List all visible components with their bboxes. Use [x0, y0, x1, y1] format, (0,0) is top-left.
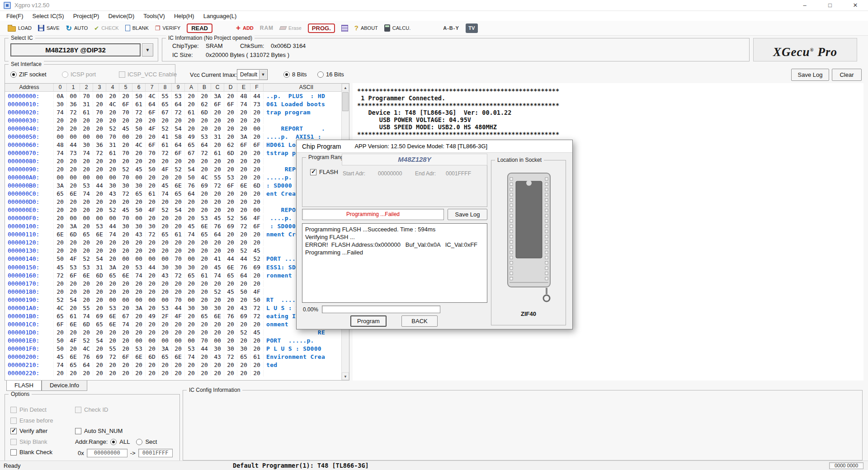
hex-ascii[interactable]: PORT .....p.: [264, 337, 341, 344]
hex-byte[interactable]: 20: [146, 329, 159, 336]
hex-byte[interactable]: 20: [250, 231, 264, 238]
hex-byte[interactable]: 52: [106, 125, 119, 132]
menu-item-project[interactable]: Project(P): [69, 13, 104, 19]
hex-ascii[interactable]: trap program: [264, 109, 341, 116]
hex-byte[interactable]: 20: [67, 247, 80, 254]
check-id-checkbox[interactable]: Check ID: [75, 406, 108, 413]
hex-byte[interactable]: 72: [67, 109, 80, 116]
hex-byte[interactable]: 6E: [119, 272, 132, 279]
hex-byte[interactable]: 20: [211, 125, 224, 132]
hex-byte[interactable]: 36: [93, 141, 106, 148]
hex-byte[interactable]: 00: [146, 296, 159, 303]
hex-byte[interactable]: 20: [119, 93, 132, 99]
hex-byte[interactable]: 20: [198, 158, 211, 164]
hex-byte[interactable]: 61: [80, 109, 93, 116]
bits-16-radio[interactable]: 16 Bits: [317, 71, 344, 78]
hex-byte[interactable]: 30: [185, 264, 198, 271]
hex-byte[interactable]: 20: [198, 264, 211, 271]
hex-byte[interactable]: 54: [93, 337, 106, 344]
hex-byte[interactable]: 45: [119, 207, 132, 213]
hex-byte[interactable]: 44: [106, 223, 119, 230]
hex-byte[interactable]: 20: [67, 239, 80, 246]
hex-byte[interactable]: 20: [119, 280, 132, 287]
hex-byte[interactable]: 00: [80, 174, 93, 181]
hex-byte[interactable]: 6D: [146, 353, 159, 360]
hex-byte[interactable]: 20: [250, 158, 264, 164]
hex-byte[interactable]: 65: [54, 190, 67, 197]
hex-byte[interactable]: 20: [80, 158, 93, 164]
hex-byte[interactable]: 20: [237, 337, 250, 344]
hex-ascii[interactable]: [264, 117, 341, 124]
hex-byte[interactable]: 45: [132, 166, 146, 173]
hex-byte[interactable]: 20: [159, 158, 172, 164]
hex-byte[interactable]: 44: [67, 141, 80, 148]
hex-byte[interactable]: 64: [146, 101, 159, 108]
hex-byte[interactable]: 20: [250, 190, 264, 197]
hex-byte[interactable]: 20: [132, 158, 146, 164]
hex-byte[interactable]: 61: [250, 353, 264, 360]
hex-byte[interactable]: 20: [224, 207, 237, 213]
hex-byte[interactable]: 3A: [159, 345, 172, 352]
hex-byte[interactable]: 20: [106, 337, 119, 344]
hex-byte[interactable]: 3A: [67, 223, 80, 230]
hex-byte[interactable]: 50: [250, 296, 264, 303]
hex-byte[interactable]: 20: [250, 198, 264, 205]
hex-byte[interactable]: 20: [198, 370, 211, 376]
hex-byte[interactable]: 72: [237, 223, 250, 230]
hex-byte[interactable]: 20: [80, 223, 93, 230]
hex-byte[interactable]: 20: [93, 362, 106, 368]
hex-byte[interactable]: 20: [185, 370, 198, 376]
hex-byte[interactable]: 20: [106, 362, 119, 368]
hex-byte[interactable]: 20: [198, 255, 211, 262]
hex-byte[interactable]: 53: [172, 93, 185, 99]
hex-byte[interactable]: 49: [146, 313, 159, 320]
hex-byte[interactable]: 6F: [54, 321, 67, 328]
hex-byte[interactable]: 30: [172, 264, 185, 271]
hex-byte[interactable]: 6F: [67, 272, 80, 279]
hex-byte[interactable]: 20: [211, 362, 224, 368]
hex-byte[interactable]: 67: [119, 313, 132, 320]
hex-byte[interactable]: 20: [54, 280, 67, 287]
hex-byte[interactable]: 20: [224, 198, 237, 205]
hex-byte[interactable]: 20: [159, 329, 172, 336]
hex-ascii[interactable]: Environment Crea: [264, 353, 341, 360]
hex-byte[interactable]: 20: [146, 239, 159, 246]
hex-byte[interactable]: 20: [67, 182, 80, 189]
hex-byte[interactable]: 20: [54, 166, 67, 173]
hex-byte[interactable]: 20: [146, 174, 159, 181]
hex-byte[interactable]: 72: [211, 182, 224, 189]
hex-byte[interactable]: 20: [93, 296, 106, 303]
hex-byte[interactable]: 20: [106, 239, 119, 246]
hex-byte[interactable]: 30: [106, 182, 119, 189]
hex-byte[interactable]: 00: [67, 133, 80, 140]
hex-byte[interactable]: 20: [119, 329, 132, 336]
hex-byte[interactable]: 65: [93, 321, 106, 328]
hex-byte[interactable]: 30: [132, 182, 146, 189]
hex-byte[interactable]: 20: [106, 329, 119, 336]
hex-byte[interactable]: 69: [93, 353, 106, 360]
hex-byte[interactable]: 20: [54, 125, 67, 132]
hex-byte[interactable]: 67: [159, 109, 172, 116]
hex-byte[interactable]: 45: [54, 264, 67, 271]
hex-byte[interactable]: 20: [106, 117, 119, 124]
hex-byte[interactable]: 20: [185, 198, 198, 205]
hex-byte[interactable]: 6F: [250, 223, 264, 230]
hex-ascii[interactable]: ..p. PLUS : HD: [264, 93, 341, 99]
hex-byte[interactable]: 30: [211, 345, 224, 352]
hex-byte[interactable]: 54: [67, 296, 80, 303]
hex-byte[interactable]: 74: [159, 190, 172, 197]
hex-byte[interactable]: 20: [224, 296, 237, 303]
hex-byte[interactable]: 20: [237, 158, 250, 164]
hex-byte[interactable]: 4F: [250, 288, 264, 295]
hex-byte[interactable]: 20: [237, 207, 250, 213]
hex-byte[interactable]: 20: [224, 93, 237, 99]
hex-byte[interactable]: 45: [224, 288, 237, 295]
hex-byte[interactable]: 6D: [67, 231, 80, 238]
tab-flash[interactable]: FLASH: [6, 381, 42, 391]
hex-byte[interactable]: 6F: [119, 101, 132, 108]
hex-byte[interactable]: 20: [146, 182, 159, 189]
hex-byte[interactable]: 43: [211, 353, 224, 360]
hex-byte[interactable]: 20: [211, 207, 224, 213]
hex-byte[interactable]: 20: [172, 117, 185, 124]
hex-byte[interactable]: 20: [172, 223, 185, 230]
